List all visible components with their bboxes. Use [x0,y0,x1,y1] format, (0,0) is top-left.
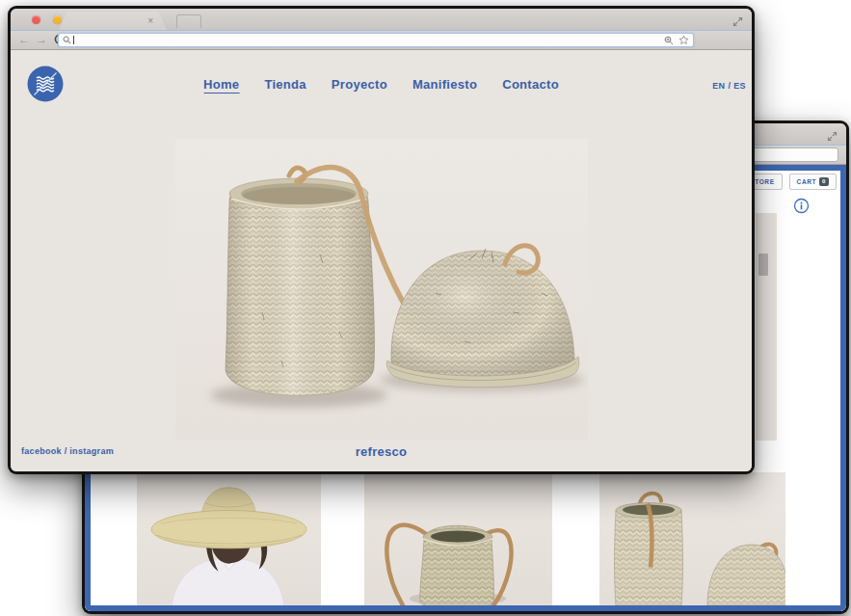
product-image-straw-hat[interactable] [137,472,321,605]
main-navigation: Home Tienda Proyecto Manifiesto Contacto [203,77,559,94]
hero-image-baskets [175,139,588,440]
product-image-basket-strap[interactable] [364,472,552,605]
zoom-icon[interactable] [664,36,674,45]
nav-item-home[interactable]: Home [203,77,239,94]
page-edge-image-strip [756,213,777,441]
info-icon[interactable] [793,198,810,214]
browser-window-front: × ← → [8,6,755,474]
text-caret [73,36,74,44]
toolbar-front: ← → [11,30,752,50]
bookmark-star-icon[interactable] [678,35,689,45]
new-tab-button[interactable] [176,14,201,28]
close-window-button[interactable] [32,15,40,24]
expand-icon[interactable] [827,128,838,139]
expand-icon[interactable] [732,13,743,24]
forward-button[interactable]: → [36,34,47,46]
product-grid [91,472,840,605]
nav-item-tienda[interactable]: Tienda [264,77,306,94]
refresco-waves-logo[interactable] [27,66,64,102]
tab-close-icon[interactable]: × [147,16,153,26]
language-switcher[interactable]: EN / ES [712,81,746,91]
scrollbar-thumb[interactable] [758,254,768,276]
social-links[interactable]: facebook / instagram [21,446,114,456]
search-icon [63,36,71,44]
desktop-canvas: GE STORE CART 0 [0,0,851,616]
cart-button[interactable]: CART 0 [789,174,837,190]
product-image-two-baskets[interactable] [599,472,785,605]
tab-strip-front: × [11,9,752,30]
address-bar[interactable] [58,33,694,47]
brand-wordmark: refresco [356,444,408,459]
nav-item-proyecto[interactable]: Proyecto [332,77,387,94]
browser-tab[interactable]: × [59,12,167,30]
refresco-home-page: Home Tienda Proyecto Manifiesto Contacto… [11,50,752,471]
minimize-window-button[interactable] [53,15,62,24]
nav-item-manifiesto[interactable]: Manifiesto [412,77,477,94]
cart-count-badge: 0 [819,177,829,186]
nav-item-contacto[interactable]: Contacto [502,77,559,94]
back-button[interactable]: ← [18,34,30,46]
